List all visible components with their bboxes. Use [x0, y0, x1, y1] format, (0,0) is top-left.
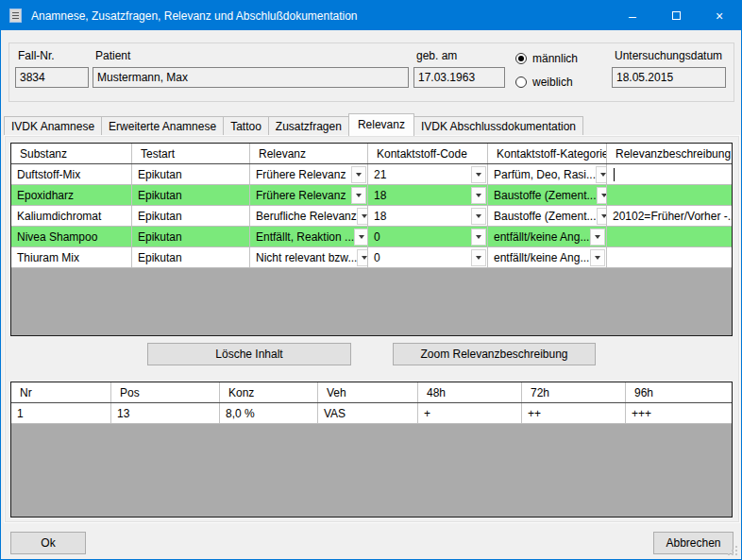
- patient-label: Patient: [95, 49, 130, 62]
- cell-text: 20102=Früher/Vorher -...: [613, 207, 732, 226]
- patient-field[interactable]: Mustermann, Max: [93, 67, 409, 88]
- cell-relevanz-dropdown[interactable]: Entfällt, Reaktion ...: [250, 227, 368, 246]
- cell-48h[interactable]: +: [418, 403, 522, 423]
- minimize-button[interactable]: –: [611, 1, 654, 30]
- cell-pos[interactable]: 13: [111, 403, 220, 423]
- dropdown-button[interactable]: [590, 229, 605, 246]
- ok-button[interactable]: Ok: [10, 532, 86, 554]
- cell-beschreibung[interactable]: [607, 247, 732, 267]
- cell-text: 0: [374, 228, 380, 246]
- dropdown-button[interactable]: [357, 249, 368, 266]
- dropdown-button[interactable]: [590, 249, 605, 266]
- cell-beschreibung[interactable]: [607, 185, 732, 205]
- cell-testart[interactable]: Epikutan: [132, 164, 250, 184]
- cell-kategorie-dropdown[interactable]: Baustoffe (Zement...: [488, 206, 607, 226]
- cell-text: Entfällt, Reaktion ...: [256, 228, 354, 246]
- abbrechen-button[interactable]: Abbrechen: [653, 532, 734, 554]
- chevron-down-icon: [601, 214, 607, 218]
- tab-erweiterte-anamnese[interactable]: Erweiterte Anamnese: [101, 116, 224, 136]
- cell-code-dropdown[interactable]: 0: [368, 227, 488, 246]
- relevanz-table-header: Substanz Testart Relevanz Kontaktstoff-C…: [11, 144, 732, 164]
- cell-beschreibung[interactable]: [607, 164, 732, 184]
- cell-text: VAS: [324, 404, 346, 423]
- cell-relevanz-dropdown[interactable]: Nicht relevant bzw...: [250, 247, 368, 267]
- untersuchungsdatum-label: Untersuchungsdatum: [615, 49, 722, 62]
- dropdown-button[interactable]: [471, 166, 486, 183]
- table-row: Nivea Shampoo Epikutan Entfällt, Reaktio…: [11, 227, 732, 247]
- cell-text: Epikutan: [138, 248, 182, 267]
- loesche-inhalt-button[interactable]: Lösche Inhalt: [147, 343, 351, 365]
- cell-code-dropdown[interactable]: 21: [368, 164, 488, 184]
- chevron-down-icon: [356, 173, 362, 177]
- radio-maennlich[interactable]: männlich: [515, 52, 578, 65]
- cell-kategorie-dropdown[interactable]: Parfüm, Deo, Rasi...: [488, 164, 607, 184]
- col-nr: Nr: [11, 382, 111, 402]
- col-substanz: Substanz: [11, 144, 132, 163]
- title-bar: Anamnese, Zusatzfragen, Relevanz und Abs…: [1, 1, 741, 30]
- cell-relevanz-dropdown[interactable]: Frühere Relevanz: [250, 164, 368, 184]
- dropdown-button[interactable]: [597, 187, 608, 204]
- geb-am-field[interactable]: 17.03.1963: [413, 67, 505, 88]
- maximize-button[interactable]: [654, 1, 698, 30]
- cell-text: 1: [17, 404, 24, 423]
- dropdown-button[interactable]: [471, 208, 486, 225]
- tab-tattoo[interactable]: Tattoo: [223, 116, 269, 136]
- cell-substanz[interactable]: Duftstoff-Mix: [11, 164, 132, 184]
- dropdown-button[interactable]: [471, 249, 486, 266]
- tab-zusatzfragen[interactable]: Zusatzfragen: [268, 116, 349, 136]
- cell-substanz[interactable]: Epoxidharz: [11, 185, 132, 205]
- cell-96h[interactable]: +++: [626, 403, 732, 423]
- col-kontaktstoff-kategorie: Kontaktstoff-Kategorie: [488, 144, 607, 163]
- tab-ivdk-anamnese[interactable]: IVDK Anamnese: [4, 116, 102, 136]
- window-title: Anamnese, Zusatzfragen, Relevanz und Abs…: [31, 9, 358, 23]
- cell-veh[interactable]: VAS: [318, 403, 418, 423]
- chevron-down-icon: [476, 173, 481, 177]
- cell-testart[interactable]: Epikutan: [132, 247, 250, 267]
- dropdown-button[interactable]: [596, 166, 607, 183]
- cell-kategorie-dropdown[interactable]: Baustoffe (Zement...: [488, 185, 607, 205]
- dropdown-button[interactable]: [471, 187, 486, 204]
- dropdown-button[interactable]: [357, 208, 368, 225]
- dropdown-button[interactable]: [351, 166, 366, 183]
- tab-relevanz[interactable]: Relevanz: [348, 113, 414, 136]
- chevron-down-icon: [476, 235, 481, 239]
- col-96h: 96h: [626, 382, 732, 402]
- cell-beschreibung[interactable]: [607, 227, 732, 246]
- untersuchungsdatum-field[interactable]: 18.05.2015: [612, 67, 726, 88]
- cell-text: 18: [374, 186, 386, 205]
- cell-code-dropdown[interactable]: 18: [368, 206, 488, 226]
- cell-text: 8,0 %: [226, 404, 255, 423]
- cell-konz[interactable]: 8,0 %: [220, 403, 318, 423]
- cell-relevanz-dropdown[interactable]: Frühere Relevanz: [250, 185, 368, 205]
- cell-kategorie-dropdown[interactable]: entfällt/keine Ang...: [488, 227, 607, 246]
- cell-kategorie-dropdown[interactable]: entfällt/keine Ang...: [488, 247, 607, 267]
- radio-selected-icon: [515, 53, 527, 64]
- fall-nr-field[interactable]: 3834: [15, 67, 89, 88]
- cell-relevanz-dropdown[interactable]: Berufliche Relevanz: [250, 206, 368, 226]
- cell-text: Kaliumdichromat: [17, 207, 101, 226]
- tab-ivdk-abschlussdokumentation[interactable]: IVDK Abschlussdokumentation: [413, 116, 583, 136]
- cell-substanz[interactable]: Kaliumdichromat: [11, 206, 132, 226]
- cell-code-dropdown[interactable]: 0: [368, 247, 488, 267]
- cell-testart[interactable]: Epikutan: [132, 227, 250, 246]
- dropdown-button[interactable]: [597, 208, 608, 225]
- dropdown-button[interactable]: [351, 187, 366, 204]
- cell-testart[interactable]: Epikutan: [132, 185, 250, 205]
- cell-nr[interactable]: 1: [11, 403, 111, 423]
- col-48h: 48h: [418, 382, 522, 402]
- chevron-down-icon: [359, 235, 364, 239]
- cell-beschreibung[interactable]: 20102=Früher/Vorher -...: [607, 206, 732, 226]
- resize-grip-icon[interactable]: [728, 546, 737, 555]
- radio-weiblich[interactable]: weiblich: [515, 76, 573, 89]
- col-kontaktstoff-code: Kontaktstoff-Code: [368, 144, 488, 163]
- dropdown-button[interactable]: [471, 229, 486, 246]
- zoom-relevanzbeschreibung-button[interactable]: Zoom Relevanzbeschreibung: [393, 343, 596, 365]
- cell-substanz[interactable]: Nivea Shampoo: [11, 227, 132, 246]
- dropdown-button[interactable]: [354, 229, 368, 246]
- cell-code-dropdown[interactable]: 18: [368, 185, 488, 205]
- cell-72h[interactable]: ++: [522, 403, 626, 423]
- close-button[interactable]: ×: [698, 1, 741, 30]
- cell-testart[interactable]: Epikutan: [132, 206, 250, 226]
- cell-substanz[interactable]: Thiuram Mix: [11, 247, 132, 267]
- cell-text: Epikutan: [138, 165, 182, 184]
